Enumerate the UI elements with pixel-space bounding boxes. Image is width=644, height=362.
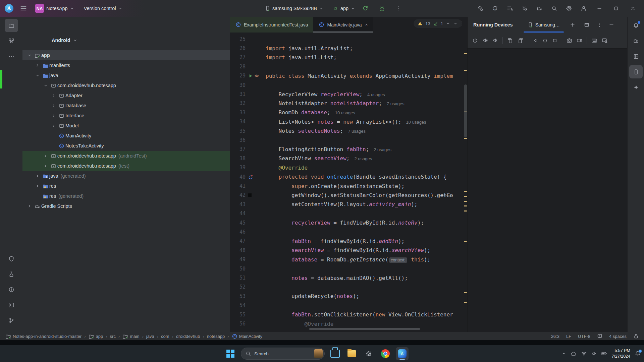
- next-issue-icon[interactable]: [453, 21, 458, 26]
- code-line-50[interactable]: 50: [230, 264, 467, 273]
- store-icon[interactable]: [329, 347, 341, 360]
- tree-item-adapter[interactable]: Adapter: [22, 90, 230, 101]
- tree-item-model[interactable]: Model: [22, 121, 230, 131]
- breadcrumb-app[interactable]: app: [89, 334, 103, 339]
- windows-search-box[interactable]: Search: [241, 348, 325, 360]
- settings-dark-icon[interactable]: [362, 347, 375, 360]
- wifi-icon[interactable]: [581, 351, 587, 357]
- caret-position[interactable]: 26:3: [551, 334, 559, 339]
- gutter-square-icon[interactable]: [248, 193, 252, 197]
- chevron-right-icon[interactable]: [34, 184, 41, 188]
- gradle-sync-icon[interactable]: [533, 3, 546, 14]
- layout-inspector-icon[interactable]: [629, 50, 643, 63]
- tree-item-res[interactable]: res (generated): [22, 191, 230, 201]
- soft-keyboard-icon[interactable]: [591, 38, 597, 44]
- gutter-tag-icon[interactable]: </>: [255, 74, 258, 78]
- tree-item-app[interactable]: app: [22, 50, 230, 60]
- volume-up-icon[interactable]: [482, 38, 488, 43]
- chevron-right-icon[interactable]: [42, 164, 49, 168]
- chevron-down-icon[interactable]: [26, 53, 33, 58]
- inspections-status-icon[interactable]: [597, 334, 602, 339]
- hide-panel-icon[interactable]: [609, 22, 614, 27]
- breadcrumb-com[interactable]: com: [161, 334, 169, 339]
- breadcrumb-droiddevhub[interactable]: droiddevhub: [176, 334, 200, 339]
- breadcrumb-src[interactable]: src: [110, 334, 116, 339]
- tree-item-java[interactable]: java (generated): [22, 171, 230, 181]
- code-line-48[interactable]: 48 searchView = findViewById(R.id.search…: [230, 246, 467, 255]
- code-line-40[interactable]: 40 protected void onCreate(Bundle savedI…: [230, 172, 467, 181]
- tab-main-activity[interactable]: C MainActivity.java ×: [313, 17, 373, 33]
- project-widget[interactable]: NA NotesApp: [35, 4, 74, 13]
- tab-example-instrumented-test[interactable]: C ExampleInstrumentedTest.java: [230, 17, 313, 33]
- battery-icon[interactable]: [601, 351, 607, 357]
- gutter-run-icon[interactable]: [248, 73, 253, 78]
- chevron-right-icon[interactable]: [42, 154, 49, 158]
- chrome-icon[interactable]: [379, 347, 392, 360]
- code-line-45[interactable]: 45 recyclerView = findViewById(R.id.note…: [230, 218, 467, 227]
- prev-issue-icon[interactable]: [446, 21, 450, 26]
- file-encoding[interactable]: UTF-8: [578, 334, 590, 339]
- taskbar-clock[interactable]: 5:57 PM 7/27/2024: [611, 348, 630, 359]
- code-line-37[interactable]: 37 FloatingActionButton fabBtn;2 usages: [230, 145, 467, 154]
- code-line-26[interactable]: 26 import java.util.ArrayList;: [230, 44, 467, 53]
- tree-item-notestakeactivity[interactable]: C NotesTakeActivity: [22, 141, 230, 151]
- code-line-43[interactable]: 43 setContentView(R.layout.activity_main…: [230, 200, 467, 209]
- project-folder-icon[interactable]: [5, 19, 18, 32]
- code-line-42[interactable]: 42 getWindow().setStatusBarColor(getReso…: [230, 191, 467, 200]
- gradle-icon[interactable]: [629, 34, 643, 48]
- code-line-52[interactable]: 52: [230, 283, 467, 292]
- tree-item-manifests[interactable]: manifests: [22, 60, 230, 70]
- notification-bell-icon[interactable]: [635, 351, 641, 357]
- profile-avatar-icon[interactable]: [577, 3, 590, 14]
- split-view-icon[interactable]: [584, 22, 589, 27]
- vcs-widget[interactable]: Version control: [84, 6, 123, 11]
- indent-setting[interactable]: 4 spaces: [609, 334, 627, 339]
- chevron-down-icon[interactable]: [42, 83, 49, 88]
- tree-item-com-droiddevhub-notesapp[interactable]: com.droiddevhub.notesapp (test): [22, 161, 230, 171]
- code-line-54[interactable]: 54: [230, 301, 467, 310]
- code-line-46[interactable]: 46: [230, 227, 467, 236]
- nav-back-icon[interactable]: [533, 38, 538, 43]
- terminal-icon[interactable]: [5, 298, 18, 312]
- gemini-star-icon[interactable]: [629, 80, 643, 94]
- panel-options-icon[interactable]: [597, 22, 602, 27]
- code-line-55[interactable]: 55 fabBtn.setOnClickListener(new View.On…: [230, 310, 467, 319]
- editor-vertical-scrollbar[interactable]: [464, 84, 467, 137]
- more-horizontal-icon[interactable]: [5, 50, 18, 63]
- nav-overview-icon[interactable]: [552, 38, 557, 43]
- tree-item-com-droiddevhub-notesapp[interactable]: com.droiddevhub.notesapp (androidTest): [22, 151, 230, 161]
- code-line-38[interactable]: 38 SearchView searchView;2 usages: [230, 154, 467, 163]
- nav-home-icon[interactable]: [542, 38, 548, 43]
- code-line-35[interactable]: 35 Notes selectedNotes;7 usages: [230, 126, 467, 135]
- device-tab-samsung[interactable]: Samsung…: [525, 17, 562, 33]
- chevron-right-icon[interactable]: [26, 204, 33, 208]
- rerun-app-button[interactable]: [359, 3, 372, 14]
- code-line-53[interactable]: 53 updateRecycle(notes);: [230, 292, 467, 301]
- code-line-29[interactable]: 29 </>public class MainActivity extends …: [230, 71, 467, 80]
- code-line-39[interactable]: 39 @Override: [230, 163, 467, 172]
- screenshot-camera-icon[interactable]: [567, 38, 572, 43]
- run-config-selector[interactable]: app: [332, 6, 355, 11]
- structure-icon[interactable]: [5, 34, 18, 48]
- inspections-widget[interactable]: 13 1: [414, 19, 462, 28]
- settings-icon[interactable]: [562, 3, 576, 14]
- chevron-right-icon[interactable]: [50, 123, 57, 128]
- breadcrumb-java[interactable]: java: [146, 334, 154, 339]
- breadcrumb-notes-app-in-android-studio-master[interactable]: Notes-app-in-android-studio-master: [5, 334, 82, 339]
- project-view-selector[interactable]: Android: [52, 38, 77, 43]
- code-line-36[interactable]: 36: [230, 135, 467, 144]
- screen-search-icon[interactable]: [602, 38, 608, 44]
- build-variants-icon[interactable]: [5, 252, 18, 265]
- breadcrumb-notesapp[interactable]: notesapp: [207, 334, 225, 339]
- tree-item-interface[interactable]: Interface: [22, 111, 230, 121]
- power-icon[interactable]: [472, 38, 478, 43]
- tray-chevron-up-icon[interactable]: [561, 351, 566, 356]
- editor-horizontal-scrollbar[interactable]: [309, 328, 420, 330]
- version-control-icon[interactable]: [5, 314, 18, 327]
- window-maximize-button[interactable]: [608, 0, 624, 17]
- file-writable-icon[interactable]: [633, 334, 639, 339]
- breadcrumb-main[interactable]: main: [122, 334, 139, 339]
- volume-down-icon[interactable]: [492, 38, 498, 43]
- apply-changes-icon[interactable]: A: [488, 3, 502, 14]
- device-selector[interactable]: samsung SM-S928B: [265, 6, 324, 11]
